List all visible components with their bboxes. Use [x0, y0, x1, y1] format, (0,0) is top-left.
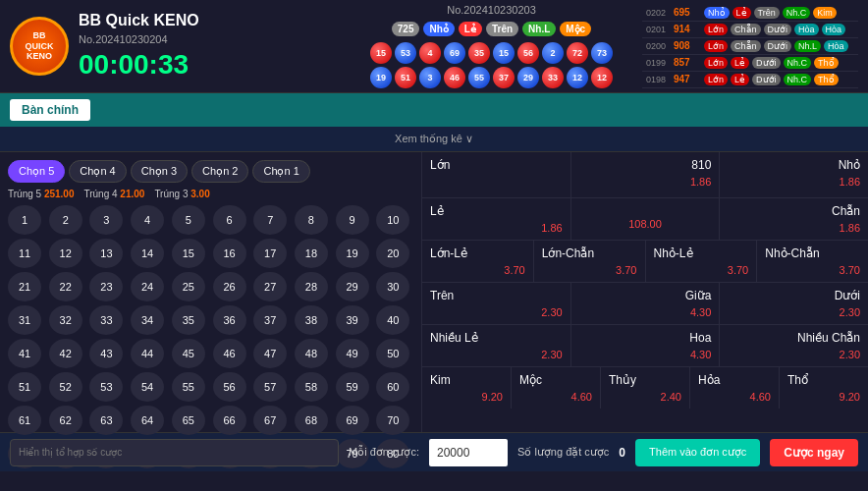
number-btn-44[interactable]: 44 — [131, 339, 164, 368]
bet-cell-thuy[interactable]: Thủy 2.40 — [601, 367, 690, 409]
number-btn-25[interactable]: 25 — [172, 272, 205, 301]
number-btn-42[interactable]: 42 — [49, 339, 82, 368]
bet-cell-tren[interactable]: Trên 2.30 — [422, 283, 571, 324]
bet-cell-moc[interactable]: Mộc 4.60 — [512, 367, 601, 409]
bet-cell-middle[interactable]: 108.00 — [571, 198, 721, 240]
number-btn-60[interactable]: 60 — [376, 372, 409, 402]
number-btn-49[interactable]: 49 — [336, 339, 369, 368]
number-btn-18[interactable]: 18 — [295, 239, 328, 268]
number-btn-69[interactable]: 69 — [336, 406, 369, 435]
number-btn-4[interactable]: 4 — [131, 205, 164, 235]
number-btn-45[interactable]: 45 — [172, 339, 205, 368]
tab-chon2[interactable]: Chọn 2 — [191, 160, 248, 183]
number-btn-50[interactable]: 50 — [376, 339, 409, 368]
number-btn-36[interactable]: 36 — [213, 305, 246, 335]
number-btn-47[interactable]: 47 — [253, 339, 287, 368]
number-btn-43[interactable]: 43 — [89, 339, 123, 368]
don-cuoc-input[interactable] — [429, 439, 508, 466]
number-btn-34[interactable]: 34 — [131, 305, 164, 335]
number-btn-5[interactable]: 5 — [172, 205, 205, 235]
number-btn-35[interactable]: 35 — [172, 305, 205, 335]
number-btn-21[interactable]: 21 — [8, 272, 41, 301]
number-btn-10[interactable]: 10 — [376, 205, 409, 235]
number-btn-13[interactable]: 13 — [89, 239, 123, 268]
number-btn-40[interactable]: 40 — [376, 305, 409, 335]
number-btn-55[interactable]: 55 — [172, 372, 205, 402]
number-btn-6[interactable]: 6 — [213, 205, 246, 235]
number-btn-33[interactable]: 33 — [89, 305, 123, 335]
number-btn-28[interactable]: 28 — [295, 272, 328, 301]
number-btn-19[interactable]: 19 — [336, 239, 369, 268]
hint-input[interactable] — [10, 439, 339, 466]
bet-cell-nho-le[interactable]: Nhỏ-Lẻ 3.70 — [646, 241, 758, 282]
number-btn-8[interactable]: 8 — [295, 205, 328, 235]
number-btn-67[interactable]: 67 — [253, 406, 287, 435]
bet-cell-lon-chan[interactable]: Lớn-Chẵn 3.70 — [534, 241, 646, 282]
number-btn-27[interactable]: 27 — [253, 272, 287, 301]
number-btn-62[interactable]: 62 — [49, 406, 82, 435]
number-btn-30[interactable]: 30 — [376, 272, 409, 301]
number-btn-54[interactable]: 54 — [131, 372, 164, 402]
number-btn-41[interactable]: 41 — [8, 339, 41, 368]
number-btn-64[interactable]: 64 — [131, 406, 164, 435]
number-btn-57[interactable]: 57 — [253, 372, 287, 402]
number-btn-66[interactable]: 66 — [213, 406, 246, 435]
number-btn-32[interactable]: 32 — [49, 305, 82, 335]
number-btn-9[interactable]: 9 — [336, 205, 369, 235]
number-btn-63[interactable]: 63 — [89, 406, 123, 435]
number-btn-17[interactable]: 17 — [253, 239, 287, 268]
bet-now-button[interactable]: Cược ngay — [770, 439, 858, 466]
number-btn-37[interactable]: 37 — [253, 305, 287, 335]
number-btn-58[interactable]: 58 — [295, 372, 328, 402]
number-btn-2[interactable]: 2 — [49, 205, 82, 235]
number-btn-51[interactable]: 51 — [8, 372, 41, 402]
number-btn-46[interactable]: 46 — [213, 339, 246, 368]
number-btn-48[interactable]: 48 — [295, 339, 328, 368]
number-btn-38[interactable]: 38 — [295, 305, 328, 335]
bet-cell-hoa2[interactable]: Hỏa 4.60 — [690, 367, 780, 409]
number-btn-16[interactable]: 16 — [213, 239, 246, 268]
number-btn-70[interactable]: 70 — [376, 406, 409, 435]
number-btn-12[interactable]: 12 — [49, 239, 82, 268]
bet-cell-hoa[interactable]: Hoa 4.30 — [571, 325, 721, 366]
number-btn-56[interactable]: 56 — [213, 372, 246, 402]
bet-cell-nho[interactable]: Nhỏ 1.86 — [720, 152, 868, 197]
number-btn-20[interactable]: 20 — [376, 239, 409, 268]
tab-chon4[interactable]: Chọn 4 — [69, 160, 126, 183]
number-btn-11[interactable]: 11 — [8, 239, 41, 268]
number-btn-65[interactable]: 65 — [172, 406, 205, 435]
number-btn-23[interactable]: 23 — [89, 272, 123, 301]
bet-cell-tho[interactable]: Thổ 9.20 — [780, 367, 868, 409]
number-btn-22[interactable]: 22 — [49, 272, 82, 301]
bet-cell-nhieu-chan[interactable]: Nhiều Chẵn 2.30 — [720, 325, 868, 366]
number-btn-29[interactable]: 29 — [336, 272, 369, 301]
tab-chon3[interactable]: Chọn 3 — [131, 160, 188, 183]
number-btn-3[interactable]: 3 — [89, 205, 123, 235]
bet-cell-nho-chan[interactable]: Nhỏ-Chẵn 3.70 — [757, 241, 868, 282]
number-btn-15[interactable]: 15 — [172, 239, 205, 268]
bet-cell-duoi[interactable]: Dưới 2.30 — [720, 283, 868, 324]
number-btn-26[interactable]: 26 — [213, 272, 246, 301]
number-btn-7[interactable]: 7 — [253, 205, 287, 235]
number-btn-24[interactable]: 24 — [131, 272, 164, 301]
number-btn-39[interactable]: 39 — [336, 305, 369, 335]
number-btn-68[interactable]: 68 — [295, 406, 328, 435]
number-btn-31[interactable]: 31 — [8, 305, 41, 335]
bet-cell-lon[interactable]: Lớn — [422, 152, 571, 197]
tab-chon1[interactable]: Chọn 1 — [252, 160, 309, 183]
bet-cell-chan[interactable]: Chẵn 1.86 — [720, 198, 868, 240]
number-btn-1[interactable]: 1 — [8, 205, 41, 235]
bet-cell-giua[interactable]: Giữa 4.30 — [571, 283, 721, 324]
bet-cell-lon-le[interactable]: Lớn-Lẻ 3.70 — [422, 241, 534, 282]
nav-ban-chinh[interactable]: Bàn chính — [10, 99, 90, 121]
stats-toggle[interactable]: Xem thống kê ∨ — [0, 127, 868, 152]
number-btn-61[interactable]: 61 — [8, 406, 41, 435]
number-btn-52[interactable]: 52 — [49, 372, 82, 402]
bet-cell-nhieu-le[interactable]: Nhiều Lẻ 2.30 — [422, 325, 571, 366]
tab-chon5[interactable]: Chọn 5 — [8, 160, 65, 183]
number-btn-14[interactable]: 14 — [131, 239, 164, 268]
bet-cell-810[interactable]: 810 1.86 — [571, 152, 721, 197]
bet-cell-kim[interactable]: Kim 9.20 — [422, 367, 512, 409]
add-bet-button[interactable]: Thêm vào đơn cược — [635, 439, 760, 466]
bet-cell-le[interactable]: Lẻ 1.86 — [422, 198, 571, 240]
